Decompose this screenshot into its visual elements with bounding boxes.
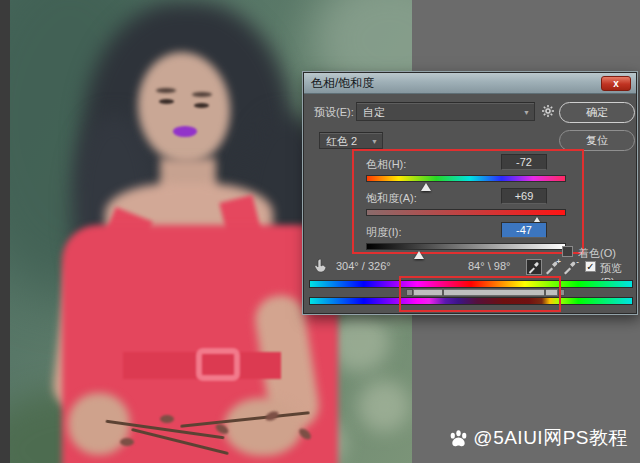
eyedropper-plus-icon[interactable]: + (544, 259, 560, 275)
lightness-slider-handle[interactable] (414, 251, 424, 259)
range-falloff-handle-left[interactable] (406, 289, 413, 296)
original-hue-ramp (309, 280, 633, 288)
range-start-values: 304° / 326° (336, 260, 391, 272)
saturation-slider[interactable] (366, 209, 566, 216)
photo-purple-lips (173, 126, 197, 137)
channel-dropdown[interactable]: 红色 2 ▼ (319, 132, 383, 149)
ok-button[interactable]: 确定 (559, 102, 635, 123)
range-limit-bar-left[interactable] (442, 288, 444, 297)
dialog-title: 色相/饱和度 (311, 76, 374, 90)
paw-icon (448, 428, 469, 449)
range-falloff-handle-right[interactable] (558, 289, 565, 296)
eyedropper-icon[interactable] (526, 259, 542, 275)
lightness-label: 明度(I): (366, 225, 401, 240)
hue-value-field[interactable]: -72 (501, 154, 547, 170)
range-slider-bar[interactable] (413, 289, 559, 296)
colorize-checkbox[interactable] (562, 246, 573, 257)
range-limit-bar-right[interactable] (544, 288, 546, 297)
lightness-value-field[interactable]: -47 (501, 222, 547, 238)
range-end-values: 84° \ 98° (468, 260, 510, 272)
plus-badge: + (556, 257, 561, 266)
channel-value: 红色 2 (326, 135, 357, 147)
photo-belt-buckle (196, 348, 240, 381)
photo-eyebrow (192, 92, 212, 97)
adjusted-hue-ramp (309, 297, 633, 305)
reset-button[interactable]: 复位 (559, 130, 635, 151)
gear-icon[interactable] (541, 104, 555, 118)
preset-dropdown[interactable]: 自定 ▼ (356, 102, 535, 121)
close-icon[interactable]: x (601, 76, 631, 91)
colorize-label: 着色(O) (578, 246, 616, 261)
minus-badge: - (576, 257, 579, 266)
watermark: @5AIUI网PS教程 (448, 425, 628, 451)
hue-saturation-dialog: 色相/饱和度 x 预设(E): 自定 ▼ 确定 复位 红色 2 ▼ 色相(H):… (303, 72, 637, 314)
photo-hand (224, 398, 302, 456)
dialog-titlebar[interactable]: 色相/饱和度 x (304, 73, 636, 94)
photo-leaf (160, 415, 174, 423)
watermark-text: @5AIUI网PS教程 (473, 425, 628, 451)
photo-eye (159, 99, 174, 104)
preset-value: 自定 (363, 106, 385, 118)
saturation-label: 饱和度(A): (366, 191, 417, 206)
preset-label: 预设(E): (314, 105, 354, 120)
preview-checkbox[interactable]: ✓ (585, 261, 596, 272)
photo-eye (194, 103, 209, 108)
hue-label: 色相(H): (366, 157, 406, 172)
lightness-slider[interactable] (366, 243, 566, 250)
hue-slider-handle[interactable] (421, 183, 431, 191)
hue-range-row (309, 288, 633, 297)
eyedropper-minus-icon[interactable]: - (562, 259, 578, 275)
photo-eyebrow (156, 88, 176, 93)
hue-slider[interactable] (366, 175, 566, 182)
chevron-down-icon: ▼ (523, 108, 530, 115)
color-ramps (309, 280, 633, 305)
saturation-value-field[interactable]: +69 (501, 188, 547, 204)
hand-pointer-icon[interactable] (312, 257, 330, 275)
photo-bokeh (358, 380, 410, 432)
chevron-down-icon: ▼ (371, 137, 378, 144)
workspace-left-edge (0, 0, 10, 463)
photo-leaf (120, 438, 134, 446)
